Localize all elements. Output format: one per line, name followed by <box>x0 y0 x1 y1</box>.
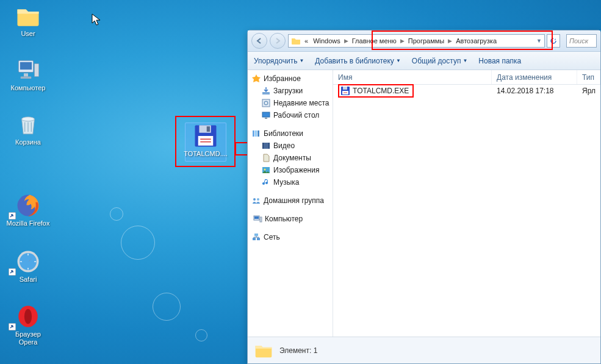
svg-point-5 <box>22 117 35 121</box>
firefox-icon <box>15 193 41 218</box>
desktop-icon-label: Компьютер <box>11 84 46 92</box>
nav-label: Недавние места <box>273 99 329 107</box>
svg-rect-23 <box>262 112 270 117</box>
shortcut-overlay-icon <box>9 212 16 219</box>
file-row[interactable]: TOTALCMD.EXE 14.02.2018 17:18 Ярл <box>333 85 600 97</box>
toolbar-label: Добавить в библиотеку <box>315 57 394 65</box>
svg-point-33 <box>253 198 256 201</box>
nav-pictures[interactable]: Изображения <box>248 164 333 176</box>
arrow-right-icon <box>274 37 281 45</box>
desktop-icon-label: Mozilla Firefox <box>7 219 50 227</box>
chevron-down-icon: ▼ <box>396 58 401 63</box>
shortcut-overlay-icon <box>9 323 16 330</box>
nav-homegroup[interactable]: Домашняя группа <box>248 194 333 207</box>
desktop-icon-computer[interactable]: Компьютер <box>5 57 51 92</box>
svg-rect-21 <box>262 99 270 107</box>
statusbar-count: 1 <box>314 346 318 355</box>
svg-point-12 <box>24 309 32 324</box>
svg-rect-4 <box>35 64 39 77</box>
nav-music[interactable]: Музыка <box>248 176 333 188</box>
nav-label: Видео <box>273 141 295 150</box>
desktop-icon <box>261 110 271 120</box>
toolbar-new-folder[interactable]: Новая папка <box>478 57 521 65</box>
arrow-left-icon <box>256 37 263 45</box>
svg-rect-2 <box>24 73 28 76</box>
explorer-window: « Windows ▶ Главное меню ▶ Программы ▶ А… <box>247 30 601 364</box>
pictures-icon <box>261 165 271 175</box>
desktop-icon-recycle[interactable]: Корзина <box>5 112 51 146</box>
folder-small-icon <box>291 36 301 46</box>
desktop-icon-label: Корзина <box>15 138 41 146</box>
annotation-highlight-breadcrumb <box>372 30 553 50</box>
svg-rect-42 <box>343 87 347 90</box>
svg-rect-29 <box>262 143 264 149</box>
desktop-icon-label: Браузер Opera <box>5 330 51 346</box>
folder-large-icon <box>254 342 273 359</box>
video-icon <box>261 141 271 151</box>
explorer-content: Избранное Загрузки Недавние места Рабочи… <box>248 70 600 337</box>
toolbar-add-library[interactable]: Добавить в библиотеку▼ <box>315 57 400 65</box>
desktop-icon-totalcmd[interactable]: TOTALCMD.... <box>182 123 229 158</box>
cursor-icon <box>92 13 101 27</box>
desktop-icon-label: Safari <box>20 276 37 284</box>
computer-icon <box>15 57 41 83</box>
nav-recent[interactable]: Недавние места <box>248 97 333 109</box>
nav-network[interactable]: Сеть <box>248 231 333 243</box>
bubble-decor <box>110 207 123 221</box>
chevron-down-icon: ▼ <box>299 58 304 63</box>
nav-back-button[interactable] <box>251 33 267 49</box>
file-name: TOTALCMD.EXE <box>353 87 409 95</box>
shortcut-overlay-icon <box>9 268 16 276</box>
nav-label: Сеть <box>264 233 280 241</box>
svg-rect-20 <box>262 92 270 95</box>
nav-favorites-head[interactable]: Избранное <box>248 73 333 85</box>
desktop-icon-user[interactable]: User <box>5 3 51 38</box>
file-type: Ярл <box>582 87 596 95</box>
toolbar-organize[interactable]: Упорядочить▼ <box>254 57 304 65</box>
column-label: Имя <box>338 73 352 82</box>
file-modified: 14.02.2018 17:18 <box>497 87 553 95</box>
svg-rect-39 <box>257 238 260 240</box>
downloads-icon <box>261 86 271 96</box>
toolbar-share[interactable]: Общий доступ▼ <box>412 57 468 65</box>
desktop-icon-opera[interactable]: Браузер Opera <box>5 304 51 346</box>
floppy-icon <box>193 123 218 149</box>
svg-point-34 <box>257 198 259 201</box>
column-type[interactable]: Тип <box>577 70 600 84</box>
column-label: Тип <box>582 73 594 82</box>
nav-videos[interactable]: Видео <box>248 140 333 152</box>
nav-libraries-head[interactable]: Библиотеки <box>248 127 333 140</box>
svg-rect-1 <box>20 62 32 70</box>
recent-icon <box>261 98 271 108</box>
safari-icon <box>15 249 41 274</box>
network-icon <box>251 232 261 242</box>
svg-rect-30 <box>268 143 270 149</box>
toolbar-label: Новая папка <box>478 57 521 65</box>
svg-rect-17 <box>198 136 214 146</box>
file-list: TOTALCMD.EXE 14.02.2018 17:18 Ярл <box>333 85 600 337</box>
column-name[interactable]: Имя <box>333 70 492 84</box>
desktop-icon-label: User <box>21 30 35 38</box>
nav-label: Компьютер <box>265 215 303 223</box>
nav-label: Библиотеки <box>264 129 303 138</box>
recycle-bin-icon <box>15 112 41 137</box>
nav-desktop[interactable]: Рабочий стол <box>248 109 333 121</box>
star-icon <box>251 74 261 84</box>
nav-label: Рабочий стол <box>273 111 319 120</box>
column-modified[interactable]: Дата изменения <box>492 70 577 84</box>
nav-downloads[interactable]: Загрузки <box>248 85 333 97</box>
address-bar[interactable]: « Windows ▶ Главное меню ▶ Программы ▶ А… <box>288 34 545 48</box>
nav-documents[interactable]: Документы <box>248 152 333 164</box>
nav-forward-button[interactable] <box>270 33 286 49</box>
desktop-icon-firefox[interactable]: Mozilla Firefox <box>5 193 51 227</box>
breadcrumb-item[interactable]: Windows <box>311 37 343 45</box>
desktop-icon-safari[interactable]: Safari <box>5 249 51 284</box>
desktop-icon-label: TOTALCMD.... <box>184 150 228 158</box>
nav-label: Музыка <box>273 178 299 187</box>
explorer-toolbar: Упорядочить▼ Добавить в библиотеку▼ Общи… <box>248 52 600 70</box>
search-input[interactable]: Поиск <box>566 34 597 48</box>
nav-computer[interactable]: Компьютер <box>249 213 331 225</box>
music-icon <box>261 177 271 187</box>
chevron-right-icon: ▶ <box>343 38 350 44</box>
svg-rect-37 <box>260 217 262 222</box>
